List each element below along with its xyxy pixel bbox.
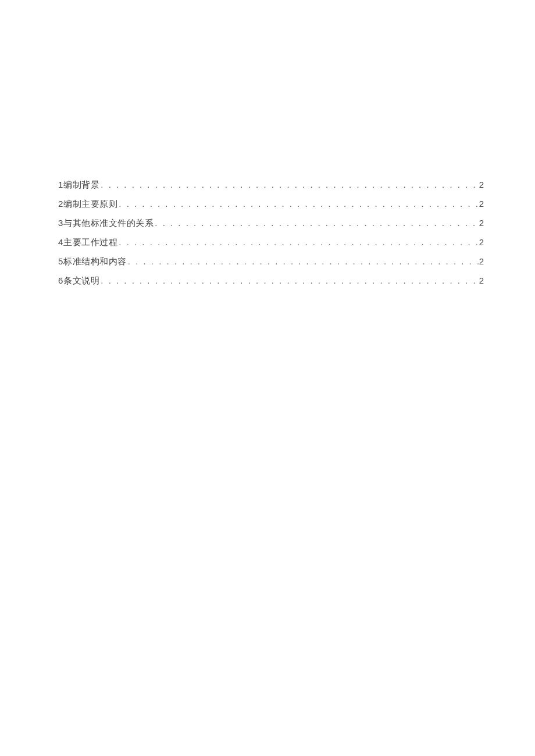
toc-entry[interactable]: 6 条文说明 . . . . . . . . . . . . . . . . .… xyxy=(58,276,484,285)
toc-entry-title: 编制背景 xyxy=(63,181,99,189)
toc-entry-title: 主要工作过程 xyxy=(63,238,117,247)
toc-entry-page: 2 xyxy=(479,199,484,208)
toc-entry[interactable]: 5 标准结构和内容 . . . . . . . . . . . . . . . … xyxy=(58,257,484,266)
toc-entry-number: 2 xyxy=(58,199,63,208)
toc-entry-number: 4 xyxy=(58,238,63,246)
toc-entry-number: 3 xyxy=(58,218,63,227)
toc-entry[interactable]: 2 编制主要原则 . . . . . . . . . . . . . . . .… xyxy=(58,199,484,209)
toc-dot-leader: . . . . . . . . . . . . . . . . . . . . … xyxy=(127,257,479,266)
toc-entry-page: 2 xyxy=(479,238,484,246)
toc-dot-leader: . . . . . . . . . . . . . . . . . . . . … xyxy=(99,276,479,285)
toc-dot-leader: . . . . . . . . . . . . . . . . . . . . … xyxy=(99,180,479,189)
toc-entry-page: 2 xyxy=(479,257,484,266)
toc-entry[interactable]: 3 与其他标准文件的关系 . . . . . . . . . . . . . .… xyxy=(58,218,484,228)
toc-dot-leader: . . . . . . . . . . . . . . . . . . . . … xyxy=(154,218,479,227)
toc-entry-title: 标准结构和内容 xyxy=(63,257,127,266)
toc-entry[interactable]: 1 编制背景 . . . . . . . . . . . . . . . . .… xyxy=(58,180,484,189)
toc-entry-number: 5 xyxy=(58,257,63,266)
toc-entry-title: 与其他标准文件的关系 xyxy=(63,219,154,228)
toc-entry-page: 2 xyxy=(479,276,484,285)
toc-dot-leader: . . . . . . . . . . . . . . . . . . . . … xyxy=(117,238,479,246)
toc-entry-number: 6 xyxy=(58,276,63,285)
toc-entry-page: 2 xyxy=(479,218,484,227)
toc-entry-title: 编制主要原则 xyxy=(63,200,117,209)
toc-entry-number: 1 xyxy=(58,180,63,189)
toc-dot-leader: . . . . . . . . . . . . . . . . . . . . … xyxy=(117,199,479,208)
toc-entry-title: 条文说明 xyxy=(63,277,99,285)
document-page: 1 编制背景 . . . . . . . . . . . . . . . . .… xyxy=(0,0,535,285)
toc-entry[interactable]: 4 主要工作过程 . . . . . . . . . . . . . . . .… xyxy=(58,238,484,247)
toc-entry-page: 2 xyxy=(479,180,484,189)
table-of-contents: 1 编制背景 . . . . . . . . . . . . . . . . .… xyxy=(58,180,484,285)
